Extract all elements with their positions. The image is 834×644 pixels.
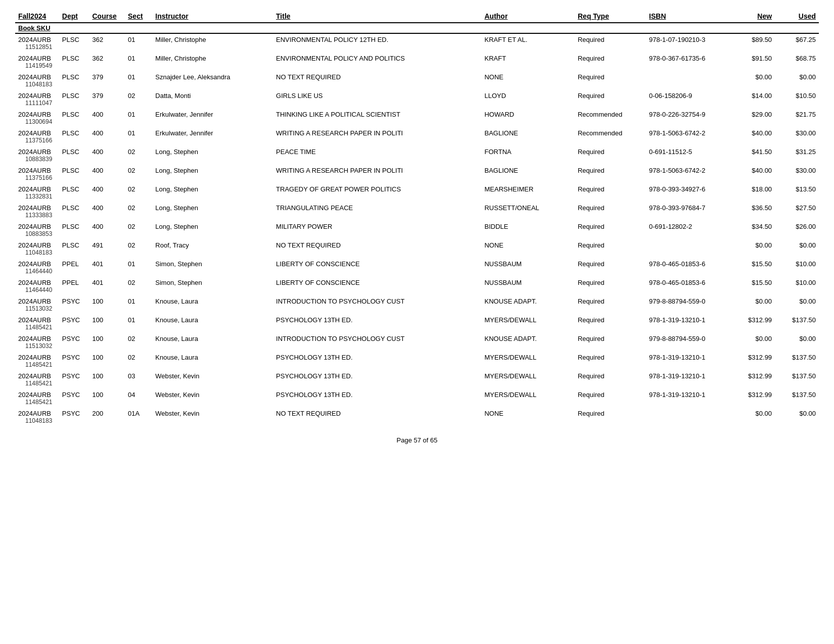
cell-sect: 02 <box>125 352 152 361</box>
cell-title: PEACE TIME <box>273 146 481 156</box>
cell-title: TRIANGULATING PEACE <box>273 202 481 212</box>
cell-dept: PLSC <box>59 146 89 156</box>
cell-sect: 01 <box>125 33 152 43</box>
table-row-sku: 11513032 <box>15 342 819 352</box>
table-row: 2024AURB PSYC 100 01 Knouse, Laura INTRO… <box>15 295 819 305</box>
cell-isbn: 0-06-158206-9 <box>646 90 731 100</box>
cell-sku: 11419549 <box>15 62 89 71</box>
cell-instructor: Simon, Stephen <box>152 258 273 268</box>
cell-new: $15.50 <box>731 277 775 286</box>
cell-reqtype: Required <box>575 53 646 62</box>
cell-used: $10.00 <box>775 258 819 268</box>
cell-dept: PSYC <box>59 389 89 399</box>
cell-reqtype: Required <box>575 90 646 100</box>
cell-sect: 01 <box>125 314 152 324</box>
cell-sku-spacer <box>89 62 819 71</box>
cell-dept: PSYC <box>59 370 89 380</box>
cell-sku-spacer <box>89 43 819 53</box>
table-row: 2024AURB PPEL 401 01 Simon, Stephen LIBE… <box>15 258 819 268</box>
cell-sku: 10883839 <box>15 156 89 165</box>
cell-used: $137.50 <box>775 352 819 361</box>
cell-dept: PSYC <box>59 352 89 361</box>
cell-sku-spacer <box>89 305 819 314</box>
cell-sku: 11485421 <box>15 380 89 389</box>
cell-reqtype: Required <box>575 258 646 268</box>
cell-sect: 02 <box>125 183 152 193</box>
cell-author: MEARSHEIMER <box>481 183 575 193</box>
cell-isbn: 978-1-07-190210-3 <box>646 33 731 43</box>
cell-sku: 11111047 <box>15 100 89 109</box>
table-row: 2024AURB PSYC 100 01 Knouse, Laura PSYCH… <box>15 314 819 324</box>
cell-sect: 02 <box>125 90 152 100</box>
cell-sku: 11464440 <box>15 268 89 277</box>
header-row: Fall2024 Dept Course Sect Instructor Tit… <box>15 10 819 23</box>
cell-reqtype: Required <box>575 202 646 212</box>
cell-sku: 11485421 <box>15 399 89 408</box>
cell-course: 200 <box>89 408 125 417</box>
cell-sku-spacer <box>89 193 819 202</box>
table-row: 2024AURB PSYC 100 04 Webster, Kevin PSYC… <box>15 389 819 399</box>
table-row-sku: 11512851 <box>15 43 819 53</box>
cell-instructor: Sznajder Lee, Aleksandra <box>152 71 273 81</box>
table-row: 2024AURB PLSC 400 01 Erkulwater, Jennife… <box>15 127 819 137</box>
cell-dept: PLSC <box>59 221 89 230</box>
cell-instructor: Erkulwater, Jennifer <box>152 109 273 118</box>
table-row: 2024AURB PSYC 200 01A Webster, Kevin NO … <box>15 408 819 417</box>
cell-new: $89.50 <box>731 33 775 43</box>
cell-course: 400 <box>89 202 125 212</box>
cell-title: LIBERTY OF CONSCIENCE <box>273 258 481 268</box>
cell-new: $29.00 <box>731 109 775 118</box>
subheader-booksku: Book SKU <box>15 23 89 33</box>
cell-course: 400 <box>89 221 125 230</box>
table-row: 2024AURB PLSC 400 02 Long, Stephen TRAGE… <box>15 183 819 193</box>
cell-course: 100 <box>89 352 125 361</box>
cell-author: BIDDLE <box>481 221 575 230</box>
cell-term: 2024AURB <box>15 239 59 249</box>
cell-new: $18.00 <box>731 183 775 193</box>
cell-term: 2024AURB <box>15 221 59 230</box>
cell-isbn <box>646 239 731 249</box>
cell-term: 2024AURB <box>15 183 59 193</box>
cell-isbn <box>646 71 731 81</box>
cell-reqtype: Required <box>575 71 646 81</box>
cell-term: 2024AURB <box>15 127 59 137</box>
col-header-title: Title <box>273 10 481 23</box>
cell-new: $0.00 <box>731 239 775 249</box>
cell-isbn: 979-8-88794-559-0 <box>646 333 731 342</box>
table-body: 2024AURB PLSC 362 01 Miller, Christophe … <box>15 33 819 426</box>
subheader-spacer <box>89 23 819 33</box>
cell-author: RUSSETT/ONEAL <box>481 202 575 212</box>
cell-author: NUSSBAUM <box>481 277 575 286</box>
cell-instructor: Knouse, Laura <box>152 352 273 361</box>
table-row-sku: 11485421 <box>15 399 819 408</box>
table-row: 2024AURB PLSC 362 01 Miller, Christophe … <box>15 53 819 62</box>
cell-sku: 11332831 <box>15 193 89 202</box>
cell-term: 2024AURB <box>15 314 59 324</box>
cell-sect: 02 <box>125 202 152 212</box>
cell-sku: 11048183 <box>15 417 89 426</box>
cell-author: NONE <box>481 71 575 81</box>
table-row-sku: 11048183 <box>15 417 819 426</box>
cell-sku: 11048183 <box>15 249 89 258</box>
cell-reqtype: Recommended <box>575 109 646 118</box>
cell-title: ENVIRONMENTAL POLICY 12TH ED. <box>273 33 481 43</box>
cell-dept: PLSC <box>59 53 89 62</box>
cell-isbn: 978-1-319-13210-1 <box>646 389 731 399</box>
cell-reqtype: Required <box>575 146 646 156</box>
cell-title: INTRODUCTION TO PSYCHOLOGY CUST <box>273 295 481 305</box>
table-row-sku: 11375166 <box>15 137 819 146</box>
col-header-reqtype: Req Type <box>575 10 646 23</box>
cell-new: $312.99 <box>731 314 775 324</box>
cell-term: 2024AURB <box>15 295 59 305</box>
cell-sku-spacer <box>89 230 819 239</box>
table-row: 2024AURB PLSC 362 01 Miller, Christophe … <box>15 33 819 43</box>
cell-term: 2024AURB <box>15 165 59 174</box>
table-row-sku: 11419549 <box>15 62 819 71</box>
cell-term: 2024AURB <box>15 146 59 156</box>
table-row-sku: 11332831 <box>15 193 819 202</box>
table-row-sku: 11333883 <box>15 212 819 221</box>
cell-author: MYERS/DEWALL <box>481 370 575 380</box>
cell-term: 2024AURB <box>15 109 59 118</box>
cell-sku: 11513032 <box>15 342 89 352</box>
cell-new: $91.50 <box>731 53 775 62</box>
